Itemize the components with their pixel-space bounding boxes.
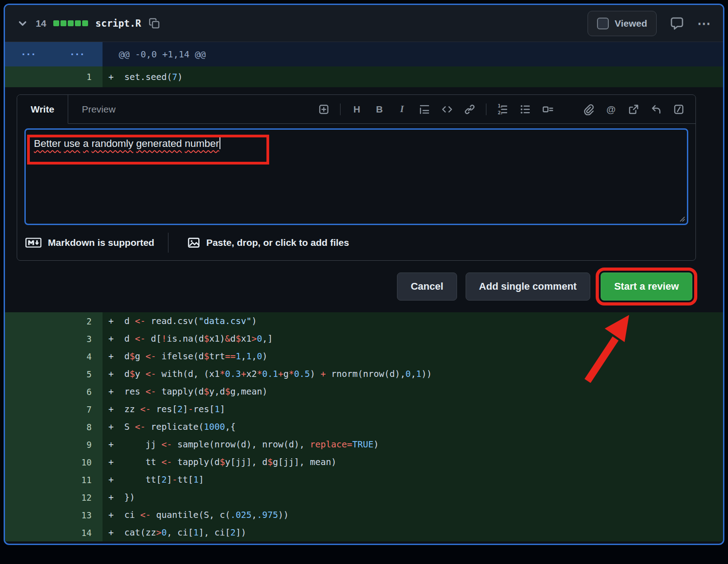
slash-command-icon [673, 103, 685, 115]
quote-button[interactable] [414, 99, 435, 119]
expand-diff-button-new[interactable]: ··· [54, 42, 103, 66]
line-number[interactable]: 6 [5, 383, 103, 400]
markdown-toolbar: H B I 1.2. [313, 95, 695, 123]
cross-reference-button[interactable] [623, 99, 644, 119]
image-icon [187, 236, 200, 249]
comment-on-file-button[interactable] [670, 17, 684, 30]
addition-sign: + [108, 457, 124, 467]
line-code: + cat(zz>0, ci[1], ci[2]) [103, 524, 723, 541]
diff-line: 1+ set.seed(7) [5, 66, 723, 87]
comment-word: a [83, 138, 89, 149]
viewed-toggle-button[interactable]: Viewed [588, 11, 657, 36]
link-button[interactable] [459, 99, 480, 119]
comment-word: randomly [92, 138, 134, 149]
line-number[interactable]: 9 [5, 436, 103, 453]
reply-button[interactable] [646, 99, 667, 119]
file-options-kebab-button[interactable]: ⋯ [697, 17, 711, 30]
collapse-file-button[interactable] [17, 18, 28, 29]
code-button[interactable] [437, 99, 457, 119]
heading-icon: H [353, 104, 360, 115]
line-number[interactable]: 2 [5, 312, 103, 330]
comment-form: Write Preview H B I [17, 94, 696, 261]
line-code: + }) [103, 489, 723, 506]
ordered-list-button[interactable]: 1.2. [492, 99, 513, 119]
paste-files-button[interactable]: Paste, drop, or click to add files [187, 236, 349, 249]
comment-word: Better [34, 138, 61, 149]
changed-lines-count: 14 [36, 18, 46, 29]
heading-button[interactable]: H [346, 99, 367, 119]
comment-input[interactable]: Better use a randomly generated number [24, 128, 688, 225]
diff-stat-square [82, 20, 88, 26]
file-name-link[interactable]: script.R [95, 18, 141, 29]
tab-write[interactable]: Write [17, 95, 68, 124]
comment-form-footer: Markdown is supported Paste, drop, or cl… [17, 225, 695, 260]
mention-button[interactable]: @ [601, 99, 621, 119]
copy-path-button[interactable] [149, 18, 160, 29]
svg-text:2.: 2. [498, 110, 503, 115]
line-number[interactable]: 10 [5, 453, 103, 471]
line-code: + set.seed(7) [103, 66, 723, 87]
task-list-button[interactable] [537, 99, 558, 119]
diff-stat-square [75, 20, 81, 26]
quote-icon [419, 103, 430, 115]
line-code: + res <- tapply(d$y,d$g,mean) [103, 383, 723, 400]
cancel-button[interactable]: Cancel [397, 273, 457, 301]
diff-line: 13+ ci <- quantile(S, c(.025,.975)) [5, 506, 723, 524]
italic-button[interactable]: I [392, 99, 412, 119]
addition-sign: + [108, 527, 124, 538]
line-number[interactable]: 1 [5, 66, 103, 87]
resize-grip[interactable] [677, 214, 686, 222]
unordered-list-button[interactable] [515, 99, 536, 119]
add-single-comment-button[interactable]: Add single comment [466, 273, 590, 301]
line-number[interactable]: 14 [5, 524, 103, 541]
toolbar-divider [340, 103, 341, 115]
comment-bubble-icon [670, 17, 684, 30]
svg-text:1.: 1. [498, 103, 503, 108]
bold-button[interactable]: B [369, 99, 390, 119]
chevron-down-icon [17, 18, 28, 29]
line-number[interactable]: 5 [5, 365, 103, 383]
line-code: + d$g <- ifelse(d$trt==1,1,0) [103, 348, 723, 365]
comment-word: number [185, 138, 219, 149]
line-number[interactable]: 7 [5, 400, 103, 418]
diff-line: 3+ d <- d[!is.na(d$x1)&d$x1>0,] [5, 330, 723, 348]
hunk-gutter: ··· ··· [5, 42, 103, 66]
line-number[interactable]: 12 [5, 489, 103, 506]
diff-line: 4+ d$g <- ifelse(d$trt==1,1,0) [5, 348, 723, 365]
line-code: + d <- d[!is.na(d$x1)&d$x1>0,] [103, 330, 723, 348]
diff-stat-square [61, 20, 66, 26]
attach-file-button[interactable] [578, 99, 599, 119]
tab-preview[interactable]: Preview [68, 95, 129, 123]
italic-icon: I [400, 103, 404, 115]
diff-line-1-slot: 1+ set.seed(7) [5, 66, 723, 87]
suggestion-button[interactable] [313, 99, 334, 119]
slash-commands-button[interactable] [668, 99, 689, 119]
paperclip-icon [583, 103, 594, 115]
line-code: + jj <- sample(nrow(d), nrow(d), replace… [103, 436, 723, 453]
addition-sign: + [108, 334, 124, 344]
hunk-header-row: ··· ··· @@ -0,0 +1,14 @@ [5, 42, 723, 66]
diff-line: 2+ d <- read.csv("data.csv") [5, 312, 723, 330]
addition-sign: + [108, 510, 124, 520]
line-number[interactable]: 4 [5, 348, 103, 365]
addition-sign: + [108, 351, 124, 362]
expand-diff-button-old[interactable]: ··· [5, 42, 54, 66]
addition-sign: + [108, 316, 124, 326]
line-number[interactable]: 8 [5, 418, 103, 436]
file-header: 14 script.R Viewed ⋯ [5, 5, 723, 42]
diff-line: 6+ res <- tapply(d$y,d$g,mean) [5, 383, 723, 400]
comment-form-tabbar: Write Preview H B I [17, 95, 695, 124]
line-code: + zz <- res[2]-res[1] [103, 400, 723, 418]
line-code: + ci <- quantile(S, c(.025,.975)) [103, 506, 723, 524]
mention-icon: @ [607, 104, 616, 115]
link-icon [464, 103, 476, 115]
comment-text: Better use a randomly generated number [34, 138, 219, 149]
markdown-help-link[interactable]: Markdown is supported [25, 237, 154, 248]
viewed-checkbox[interactable] [597, 18, 609, 29]
diff-line: 11+ tt[2]-tt[1] [5, 471, 723, 489]
line-number[interactable]: 11 [5, 471, 103, 489]
line-number[interactable]: 3 [5, 330, 103, 348]
line-number[interactable]: 13 [5, 506, 103, 524]
suggestion-icon [318, 103, 330, 115]
start-review-button[interactable]: Start a review [601, 273, 692, 301]
